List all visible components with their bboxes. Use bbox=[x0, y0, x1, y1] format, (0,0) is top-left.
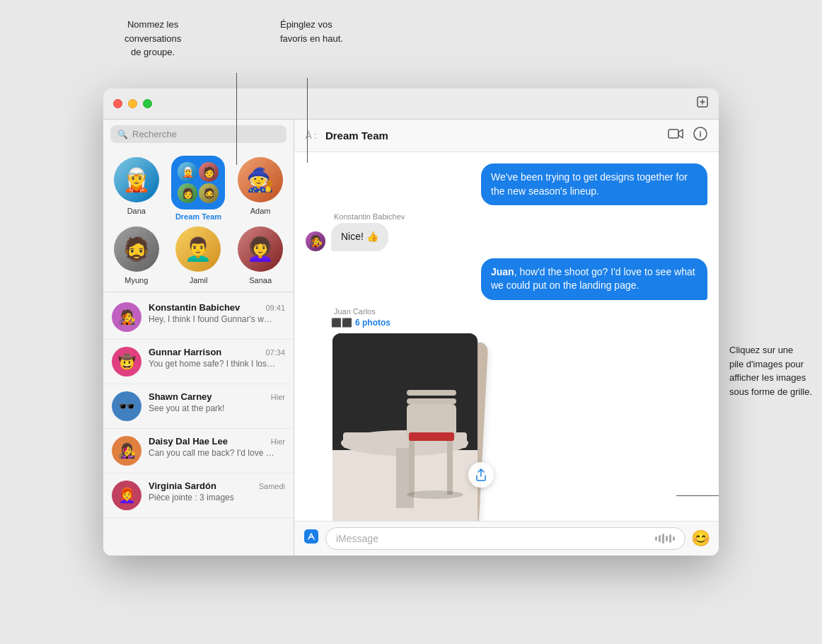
title-bar bbox=[103, 88, 719, 120]
svg-rect-13 bbox=[407, 398, 456, 404]
conv-preview-gunnar: You get home safe? I think I lost my wal… bbox=[149, 359, 276, 369]
pinned-item-adam[interactable]: 🧙 Adam bbox=[231, 156, 289, 221]
video-call-button[interactable] bbox=[668, 128, 683, 143]
audio-wave-icon bbox=[655, 534, 675, 544]
sender-name-photo: Juan Carlos bbox=[334, 307, 376, 316]
minimize-button[interactable] bbox=[128, 99, 137, 108]
chat-title: Dream Team bbox=[325, 130, 388, 142]
app-window: 🔍 Recherche 🧝 Dana bbox=[103, 88, 719, 556]
conv-name-virginia: Virginia Sardón bbox=[149, 481, 216, 491]
chat-panel: À : Dream Team bbox=[294, 120, 719, 556]
search-placeholder: Recherche bbox=[132, 129, 177, 139]
conv-name-konstantin: Konstantin Babichev bbox=[149, 302, 240, 313]
app-store-button[interactable] bbox=[303, 528, 320, 549]
bubble-3: Juan, how'd the shoot go? I'd love to se… bbox=[481, 258, 707, 300]
svg-point-15 bbox=[407, 490, 463, 499]
input-placeholder: iMessage bbox=[336, 533, 378, 544]
sidebar-divider bbox=[103, 292, 294, 292]
conv-item-virginia[interactable]: 👩‍🦰 Virginia Sardón Samedi Pièce jointe … bbox=[103, 473, 294, 518]
pinned-grid: 🧝 Dana 🧝 🧑 👩 🧔 bbox=[103, 149, 294, 292]
conv-preview-shawn: See you at the park! bbox=[149, 403, 276, 413]
message-input-field[interactable]: iMessage bbox=[325, 527, 685, 550]
pinned-label-jamil: Jamil bbox=[190, 276, 208, 284]
main-content: 🔍 Recherche 🧝 Dana bbox=[103, 120, 719, 556]
info-button[interactable] bbox=[693, 127, 707, 144]
avatar-dream-team: 🧝 🧑 👩 🧔 bbox=[171, 156, 225, 209]
conv-preview-virginia: Pièce jointe : 3 images bbox=[149, 493, 276, 502]
annotation-line-2 bbox=[307, 78, 308, 163]
conv-item-konstantin[interactable]: 🧑‍🎤 Konstantin Babichev 09:41 Hey, I thi… bbox=[103, 295, 294, 340]
msg-with-avatar-2: 🧑‍🎤 Nice! 👍 bbox=[306, 223, 388, 251]
search-icon: 🔍 bbox=[117, 130, 128, 139]
compose-button[interactable] bbox=[696, 96, 709, 112]
photo-count: ⬛⬛ 6 photos bbox=[331, 318, 487, 328]
conv-name-shawn: Shawn Carney bbox=[149, 391, 212, 402]
avatar-dana: 🧝 bbox=[112, 156, 161, 204]
conv-item-shawn[interactable]: 🕶️ Shawn Carney Hier See you at the park… bbox=[103, 384, 294, 429]
avatar-sanaa: 👩‍🦱 bbox=[236, 225, 284, 273]
conv-body-daisy: Daisy Dal Hae Lee Hier Can you call me b… bbox=[149, 436, 285, 458]
conversation-list: 🧑‍🎤 Konstantin Babichev 09:41 Hey, I thi… bbox=[103, 295, 294, 556]
share-button[interactable] bbox=[468, 462, 494, 488]
conv-avatar-daisy: 👩‍🎤 bbox=[112, 436, 141, 466]
pinned-item-sanaa[interactable]: 👩‍🦱 Sanaa bbox=[231, 225, 289, 284]
pinned-item-dream-team[interactable]: 🧝 🧑 👩 🧔 Dream Team bbox=[170, 156, 228, 221]
conv-preview-daisy: Can you call me back? I'd love to hear m… bbox=[149, 448, 276, 458]
bubble-2: Nice! 👍 bbox=[331, 223, 388, 251]
pinned-label-adam: Adam bbox=[250, 207, 271, 215]
conv-item-daisy[interactable]: 👩‍🎤 Daisy Dal Hae Lee Hier Can you call … bbox=[103, 429, 294, 473]
conv-body-virginia: Virginia Sardón Samedi Pièce jointe : 3 … bbox=[149, 481, 285, 502]
close-button[interactable] bbox=[113, 99, 122, 108]
chat-header: À : Dream Team bbox=[294, 120, 719, 152]
screen-wrapper: Nommez les conversations de groupe. Épin… bbox=[103, 88, 719, 556]
svg-rect-10 bbox=[409, 438, 415, 495]
msg-avatar-konstantin: 🧑‍🎤 bbox=[306, 231, 325, 251]
photo-card-main bbox=[332, 333, 477, 521]
svg-rect-1 bbox=[668, 130, 678, 138]
bubble-1: We've been trying to get designs togethe… bbox=[481, 163, 707, 205]
msg-with-avatar-photo: 👤 ⬛⬛ 6 photos bbox=[306, 318, 487, 521]
conv-name-gunnar: Gunnar Harrison bbox=[149, 347, 221, 357]
svg-rect-16 bbox=[304, 529, 318, 544]
conv-time-konstantin: 09:41 bbox=[265, 304, 285, 312]
annotation-image-pile: Cliquez sur une pile d'images pour affic… bbox=[729, 343, 822, 398]
annotation-pin: Épinglez vos favoris en haut. bbox=[280, 18, 343, 45]
conv-body-shawn: Shawn Carney Hier See you at the park! bbox=[149, 391, 285, 413]
pinned-label-dana: Dana bbox=[127, 207, 146, 215]
chat-header-icons bbox=[668, 127, 707, 144]
message-photo: Juan Carlos 👤 ⬛⬛ 6 photos bbox=[306, 307, 707, 521]
photo-pile[interactable] bbox=[331, 332, 487, 521]
conv-time-shawn: Hier bbox=[271, 393, 285, 401]
svg-rect-11 bbox=[447, 438, 453, 495]
pinned-item-dana[interactable]: 🧝 Dana bbox=[108, 156, 166, 221]
emoji-button[interactable]: 😊 bbox=[691, 529, 710, 548]
conv-time-gunnar: 07:34 bbox=[265, 348, 285, 357]
conv-name-daisy: Daisy Dal Hae Lee bbox=[149, 436, 228, 447]
sidebar: 🔍 Recherche 🧝 Dana bbox=[103, 120, 294, 556]
conv-time-daisy: Hier bbox=[271, 437, 285, 446]
conv-avatar-gunnar: 🤠 bbox=[112, 347, 141, 376]
annotation-line-3 bbox=[676, 495, 719, 496]
annotation-line-1 bbox=[236, 73, 237, 165]
avatar-myung: 🧔 bbox=[112, 225, 161, 273]
sender-name-2: Konstantin Babichev bbox=[334, 212, 405, 221]
conv-item-gunnar[interactable]: 🤠 Gunnar Harrison 07:34 You get home saf… bbox=[103, 340, 294, 384]
pinned-label-myung: Myung bbox=[125, 276, 148, 284]
conv-preview-konstantin: Hey, I think I found Gunnar's wallet. It… bbox=[149, 314, 276, 324]
conv-time-virginia: Samedi bbox=[259, 482, 285, 490]
annotation-group-name: Nommez les conversations de groupe. bbox=[125, 18, 181, 59]
pinned-item-myung[interactable]: 🧔 Myung bbox=[108, 225, 166, 284]
pinned-label-dream-team: Dream Team bbox=[175, 212, 221, 221]
conv-body-konstantin: Konstantin Babichev 09:41 Hey, I think I… bbox=[149, 302, 285, 324]
conv-avatar-konstantin: 🧑‍🎤 bbox=[112, 302, 141, 332]
conv-avatar-shawn: 🕶️ bbox=[112, 391, 141, 421]
svg-rect-14 bbox=[409, 432, 454, 441]
pinned-item-jamil[interactable]: 👨‍🦱 Jamil bbox=[170, 225, 228, 284]
maximize-button[interactable] bbox=[143, 99, 152, 108]
message-2: Konstantin Babichev 🧑‍🎤 Nice! 👍 bbox=[306, 212, 707, 251]
avatar-adam: 🧙 bbox=[236, 156, 284, 204]
message-1: We've been trying to get designs togethe… bbox=[306, 163, 707, 205]
search-bar[interactable]: 🔍 Recherche bbox=[110, 125, 286, 143]
photo-content: ⬛⬛ 6 photos bbox=[331, 318, 487, 521]
input-bar: iMessage 😊 bbox=[294, 521, 719, 556]
